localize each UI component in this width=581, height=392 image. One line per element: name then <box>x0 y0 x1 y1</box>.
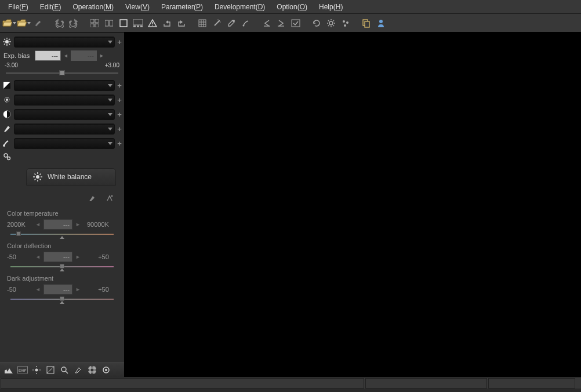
svg-rect-0 <box>90 19 94 23</box>
contrast-add-button[interactable]: + <box>116 109 123 119</box>
exposure-min: -3.00 <box>5 62 18 70</box>
svg-rect-13 <box>199 20 206 27</box>
wb-reset-button[interactable] <box>103 193 116 204</box>
svg-rect-6 <box>120 20 127 27</box>
svg-rect-7 <box>133 19 143 25</box>
rotate-left-button[interactable] <box>160 16 174 30</box>
sidebar: + Exp. bias ◄ ► -3.00 +3.00 + <box>0 32 125 377</box>
svg-line-50 <box>9 39 10 40</box>
warning-button[interactable] <box>146 16 159 30</box>
tone-bottom-icon[interactable] <box>44 364 57 376</box>
prev-button[interactable] <box>260 16 274 30</box>
heal-button[interactable] <box>239 16 253 30</box>
open-file-button[interactable] <box>2 16 16 30</box>
svg-point-38 <box>344 24 346 27</box>
sharpen-icon <box>1 123 13 135</box>
brightness-add-button[interactable]: + <box>116 95 123 105</box>
brightness-dropdown[interactable] <box>14 95 115 106</box>
undo-button[interactable] <box>52 16 66 30</box>
redo-button[interactable] <box>67 16 81 30</box>
svg-rect-8 <box>133 26 136 27</box>
wb-add-button[interactable]: + <box>116 37 123 47</box>
gear-button[interactable] <box>324 16 338 30</box>
wb-param-label: Color temperature <box>5 209 119 218</box>
wb-slider[interactable] <box>10 264 114 269</box>
menu-view[interactable]: View(V) <box>119 1 155 13</box>
exposure-right-arrow[interactable]: ► <box>99 53 104 59</box>
next-button[interactable] <box>274 16 288 30</box>
avatar-button[interactable] <box>374 16 388 30</box>
wb-value-input[interactable] <box>43 219 72 230</box>
wb-left-arrow[interactable]: ◄ <box>34 286 42 292</box>
sharpen-add-button[interactable]: + <box>116 124 123 134</box>
contrast-dropdown[interactable] <box>14 109 115 120</box>
exposure-input-1[interactable] <box>35 50 61 61</box>
svg-line-33 <box>333 25 335 26</box>
layout-single-button[interactable] <box>117 16 130 30</box>
svg-point-53 <box>6 99 8 101</box>
settings-icon[interactable] <box>1 151 13 162</box>
svg-rect-26 <box>292 20 300 27</box>
svg-line-32 <box>328 20 329 21</box>
wb-min: -50 <box>7 286 32 293</box>
tone-dropdown[interactable] <box>14 80 115 91</box>
wb-picker-button[interactable] <box>86 193 99 204</box>
svg-point-58 <box>36 175 39 179</box>
rotate-right-button[interactable] <box>175 16 188 30</box>
crop-grid-button[interactable] <box>195 16 209 30</box>
wand-button[interactable] <box>210 16 224 30</box>
grid-4-button[interactable] <box>88 16 101 30</box>
sun-bottom-icon[interactable] <box>30 364 43 376</box>
histogram-icon[interactable] <box>2 364 15 376</box>
wb-left-arrow[interactable]: ◄ <box>34 222 42 227</box>
noise-dropdown[interactable] <box>14 138 115 149</box>
wb-right-arrow[interactable]: ► <box>74 286 82 292</box>
target-icon[interactable] <box>100 364 112 376</box>
svg-point-41 <box>379 20 383 23</box>
exposure-input-2[interactable] <box>71 50 97 61</box>
dropper-button[interactable] <box>224 16 238 30</box>
dropper-bottom-icon[interactable] <box>72 364 85 376</box>
sun-icon <box>32 172 43 182</box>
menu-option[interactable]: Option(O) <box>271 1 313 13</box>
wb-value-input[interactable] <box>43 284 72 295</box>
menu-file[interactable]: File(F) <box>2 1 34 13</box>
white-balance-tab[interactable]: White balance <box>26 168 116 186</box>
wb-slider[interactable] <box>10 297 114 302</box>
statusbar <box>0 377 581 389</box>
exif-icon[interactable]: EXIF <box>16 364 29 376</box>
exposure-slider[interactable] <box>6 70 118 76</box>
wb-max: +50 <box>83 253 109 260</box>
wb-left-arrow[interactable]: ◄ <box>34 254 42 260</box>
wb-value-input[interactable] <box>43 252 72 262</box>
open-folder-button[interactable] <box>17 16 31 30</box>
svg-rect-40 <box>365 21 369 27</box>
menu-help[interactable]: Help(H) <box>313 1 348 13</box>
layout-filmstrip-button[interactable] <box>131 16 145 30</box>
menu-parameter[interactable]: Parameter(P) <box>155 1 209 13</box>
noise-icon <box>1 137 13 149</box>
svg-point-12 <box>152 25 153 26</box>
menu-edit[interactable]: Edit(E) <box>34 1 67 13</box>
sharpen-dropdown[interactable] <box>14 124 115 135</box>
menu-operation[interactable]: Operation(M) <box>67 1 119 13</box>
refresh-button[interactable] <box>310 16 324 30</box>
check-button[interactable] <box>289 16 303 30</box>
wb-max: 90000K <box>83 221 109 228</box>
wb-right-arrow[interactable]: ► <box>74 222 82 227</box>
tone-add-button[interactable]: + <box>116 80 123 90</box>
effects-button[interactable] <box>339 16 353 30</box>
exposure-left-arrow[interactable]: ◄ <box>63 53 68 59</box>
wb-preset-dropdown[interactable] <box>14 37 115 48</box>
menu-development[interactable]: Development(D) <box>209 1 271 13</box>
grid-2-button[interactable] <box>102 16 116 30</box>
inspect-icon[interactable] <box>58 364 71 376</box>
svg-point-67 <box>111 195 113 197</box>
wb-right-arrow[interactable]: ► <box>74 254 82 260</box>
image-viewer[interactable] <box>125 32 581 377</box>
frame-icon[interactable] <box>86 364 99 376</box>
batch-button[interactable] <box>360 16 373 30</box>
wb-slider[interactable] <box>10 232 114 237</box>
noise-add-button[interactable]: + <box>116 138 123 148</box>
brush-tool-button[interactable] <box>31 16 45 30</box>
